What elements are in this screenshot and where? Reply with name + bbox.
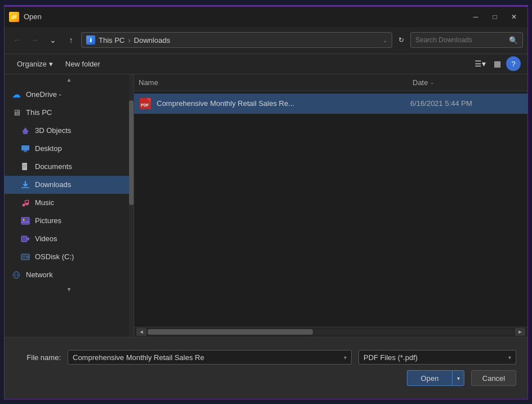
cancel-button[interactable]: Cancel — [471, 370, 516, 386]
filetype-dropdown-icon: ▾ — [508, 354, 511, 361]
filetype-value: PDF Files (*.pdf) — [363, 353, 418, 362]
refresh-button[interactable]: ↻ — [394, 33, 408, 47]
navigation-toolbar: ← → ⌄ ↑ ⬇ This PC › Downloads ⌄ ↻ 🔍 — [5, 27, 527, 54]
address-separator-1: › — [128, 36, 130, 45]
address-bar[interactable]: ⬇ This PC › Downloads ⌄ — [81, 32, 392, 48]
horizontal-scrollbar: ◄ ► — [134, 327, 527, 337]
svg-point-11 — [23, 203, 25, 206]
svg-rect-4 — [23, 152, 28, 152]
sidebar-item-downloads[interactable]: Downloads — [5, 176, 134, 194]
sidebar-label-music: Music — [35, 198, 54, 207]
dialog-icon: 📁 — [9, 12, 19, 22]
open-button-group: Open ▾ — [407, 370, 464, 386]
svg-rect-3 — [24, 150, 26, 152]
search-icon: 🔍 — [509, 36, 518, 45]
3d-objects-icon — [20, 126, 30, 136]
sidebar-scroll-up: ▲ — [5, 74, 134, 86]
address-this-pc: This PC — [99, 36, 125, 45]
file-header: Name Date ⌄ — [134, 74, 527, 91]
sidebar-label-pictures: Pictures — [35, 216, 61, 225]
pictures-icon — [20, 216, 30, 226]
close-button[interactable]: ✕ — [505, 10, 523, 24]
file-list: PDF Comprehensive Monthly Retail Sales R… — [134, 91, 527, 327]
sidebar-label-this-pc: This PC — [26, 108, 52, 117]
back-button[interactable]: ← — [9, 32, 25, 48]
osdisk-icon — [20, 252, 30, 262]
svg-rect-16 — [21, 236, 27, 242]
filetype-field[interactable]: PDF Files (*.pdf) ▾ — [358, 350, 516, 365]
svg-rect-6 — [23, 163, 27, 170]
sidebar-label-network: Network — [26, 270, 53, 279]
music-icon — [20, 198, 30, 208]
sidebar-label-downloads: Downloads — [35, 180, 71, 189]
forward-button[interactable]: → — [27, 32, 43, 48]
h-scroll-track[interactable] — [148, 329, 514, 335]
network-icon — [11, 270, 21, 280]
file-pdf-icon: PDF — [139, 97, 152, 110]
search-input[interactable] — [415, 36, 506, 44]
filename-field[interactable]: Comprehensive Monthly Retail Sales Re ▾ — [68, 350, 352, 365]
sidebar-item-onedrive[interactable]: ☁ OneDrive - — [5, 86, 134, 104]
documents-icon — [20, 162, 30, 172]
tiles-view-button[interactable]: ▦ — [489, 56, 505, 71]
filename-row: File name: Comprehensive Monthly Retail … — [16, 350, 516, 365]
filename-value: Comprehensive Monthly Retail Sales Re — [73, 353, 344, 362]
sidebar-label-desktop: Desktop — [35, 144, 62, 153]
svg-rect-1 — [23, 132, 28, 134]
filename-dropdown-icon: ▾ — [344, 354, 347, 361]
sidebar-label-documents: Documents — [35, 162, 72, 171]
sidebar-item-desktop[interactable]: Desktop — [5, 140, 134, 158]
svg-point-12 — [26, 202, 29, 205]
sidebar-item-videos[interactable]: Videos — [5, 230, 134, 248]
sidebar-item-osdisk[interactable]: OSDisk (C:) — [5, 248, 134, 266]
sidebar-item-documents[interactable]: Documents — [5, 158, 134, 176]
new-folder-button[interactable]: New folder — [60, 56, 106, 71]
onedrive-icon: ☁ — [11, 90, 21, 100]
up-button[interactable]: ↑ — [63, 32, 79, 48]
sidebar-item-music[interactable]: Music — [5, 194, 134, 212]
sidebar-item-network[interactable]: Network — [5, 266, 134, 284]
downloads-icon — [20, 180, 30, 190]
svg-text:PDF: PDF — [141, 103, 149, 107]
open-dialog: 📁 Open ─ □ ✕ ← → ⌄ ↑ ⬇ This PC › Downloa… — [4, 5, 528, 399]
svg-rect-23 — [23, 257, 25, 258]
scroll-right-button[interactable]: ► — [515, 328, 525, 336]
file-name-text: Comprehensive Monthly Retail Sales Re... — [157, 99, 406, 108]
sidebar-label-videos: Videos — [35, 234, 57, 243]
table-row[interactable]: PDF Comprehensive Monthly Retail Sales R… — [134, 94, 527, 114]
sidebar-label-osdisk: OSDisk (C:) — [35, 252, 74, 261]
desktop-icon — [20, 144, 30, 154]
svg-marker-18 — [27, 237, 29, 241]
bottom-bar: File name: Comprehensive Monthly Retail … — [5, 337, 527, 399]
svg-marker-0 — [22, 127, 29, 132]
title-bar: 📁 Open ─ □ ✕ — [5, 7, 527, 27]
help-button[interactable]: ? — [506, 56, 521, 71]
videos-icon — [20, 234, 30, 244]
minimize-button[interactable]: ─ — [467, 10, 485, 24]
sidebar-scroll-down: ▼ — [5, 284, 134, 295]
col-header-name[interactable]: Name — [134, 78, 408, 87]
sidebar-item-pictures[interactable]: Pictures — [5, 212, 134, 230]
sidebar-scroll-thumb — [129, 100, 134, 205]
recent-locations-button[interactable]: ⌄ — [45, 32, 61, 48]
this-pc-icon: 🖥 — [11, 108, 21, 118]
organize-button[interactable]: Organize ▾ — [11, 56, 59, 71]
scroll-left-button[interactable]: ◄ — [136, 328, 147, 336]
title-bar-controls: ─ □ ✕ — [467, 10, 523, 24]
search-box[interactable]: 🔍 — [410, 32, 523, 48]
sidebar-item-3d-objects[interactable]: 3D Objects — [5, 122, 134, 140]
svg-rect-22 — [23, 256, 25, 256]
open-dropdown-button[interactable]: ▾ — [452, 370, 464, 386]
button-row: Open ▾ Cancel — [16, 370, 516, 386]
action-bar: Organize ▾ New folder ☰ ▾ ▦ ? — [5, 54, 527, 74]
svg-rect-13 — [21, 217, 29, 224]
maximize-button[interactable]: □ — [486, 10, 504, 24]
col-header-date[interactable]: Date ⌄ — [408, 78, 521, 87]
sidebar-item-this-pc[interactable]: 🖥 This PC — [5, 104, 134, 122]
main-content: ▲ ☁ OneDrive - 🖥 This PC 3D Obj — [5, 74, 527, 337]
sidebar-scrollbar — [129, 74, 134, 337]
view-toggle-button[interactable]: ☰ ▾ — [472, 56, 488, 71]
dialog-title: Open — [24, 12, 462, 21]
svg-rect-2 — [21, 145, 29, 150]
open-button[interactable]: Open — [407, 370, 452, 386]
